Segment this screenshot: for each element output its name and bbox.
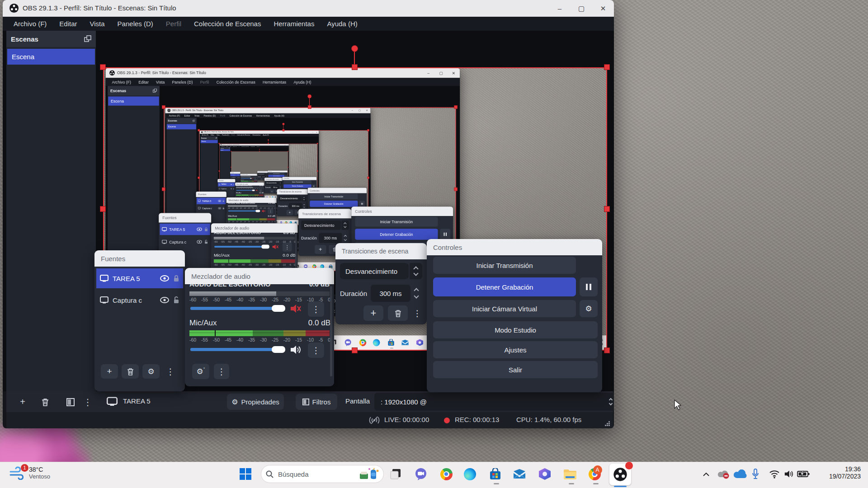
microsoft-store-icon[interactable] [487, 465, 503, 483]
resize-handle-se[interactable] [604, 347, 610, 353]
desktop-channel-more-button[interactable]: ⋮ [308, 301, 324, 317]
menu-paneles[interactable]: Paneles (D) [221, 134, 230, 136]
visibility-eye-icon[interactable] [160, 297, 169, 303]
popout-icon[interactable] [216, 137, 217, 139]
sources-panel-header[interactable]: Fuentes [230, 172, 241, 174]
menu-editar[interactable]: Editar [53, 20, 83, 28]
duration-spinner[interactable] [279, 186, 282, 189]
resize-handle-w[interactable] [219, 170, 220, 172]
source-row-tarea5[interactable]: TAREA 5 [230, 174, 240, 176]
studio-mode-button[interactable]: Modo Estudio [433, 321, 598, 338]
resize-handle-n[interactable] [352, 64, 358, 70]
desktop-volume-slider[interactable] [241, 178, 251, 178]
stop-recording-button[interactable]: Detener Grabación [355, 229, 438, 239]
resize-handle-nw[interactable] [162, 105, 165, 109]
wifi-icon[interactable] [767, 465, 782, 483]
desktop-channel-more-button[interactable]: ⋮ [283, 243, 292, 252]
visibility-eye-icon[interactable] [160, 275, 169, 282]
mail-icon[interactable] [512, 465, 527, 483]
transition-select-chevrons[interactable] [266, 173, 267, 175]
resize-handle-ne[interactable] [317, 143, 318, 144]
visibility-eye-icon[interactable] [237, 177, 238, 178]
unlock-icon[interactable] [222, 207, 225, 209]
mic-volume-slider[interactable] [190, 348, 281, 351]
muted-speaker-icon[interactable] [262, 209, 266, 213]
mixer-panel-header[interactable]: Mezclador de audio [226, 197, 277, 203]
controls-panel-header[interactable]: Controles [308, 188, 367, 193]
scene-item-escena[interactable]: Escena [108, 96, 159, 105]
scenes-dock-header[interactable]: Escenas [220, 147, 230, 149]
muted-speaker-icon[interactable] [272, 244, 279, 250]
filters-button[interactable]: Filtros [296, 394, 337, 410]
resize-handle-nw[interactable] [198, 129, 200, 131]
resize-handle-e[interactable] [454, 188, 458, 191]
duration-spinner[interactable] [342, 233, 349, 243]
obs-titlebar[interactable]: OBS 29.1.3 - Perfíl: Sin Título - Escena… [105, 68, 460, 78]
transitions-panel-header[interactable]: Transiciones de escena [257, 171, 268, 173]
exit-button[interactable]: Salir [433, 361, 598, 378]
lock-icon[interactable] [233, 184, 234, 185]
screen-resolution-combo[interactable]: : 868x488 @ [374, 393, 614, 411]
microphone-tray-icon[interactable] [748, 465, 763, 483]
muted-speaker-icon[interactable] [290, 303, 302, 314]
resize-handle-e[interactable] [317, 170, 318, 172]
menu-coleccion[interactable]: Colección de Escenas [188, 20, 267, 28]
add-transition-button[interactable]: + [363, 305, 383, 321]
mixer-panel-header[interactable]: Mezclador de audio [185, 268, 334, 284]
source-row-captura[interactable]: Captura c [96, 290, 183, 310]
menu-editar[interactable]: Editar [135, 80, 152, 84]
mic-volume-handle[interactable] [272, 346, 285, 353]
transitions-panel-header[interactable]: Transiciones de escena [277, 189, 308, 195]
popout-icon[interactable] [229, 148, 230, 149]
menu-herramientas[interactable]: Herramientas [250, 146, 255, 147]
maximize-button[interactable]: ▢ [310, 131, 314, 134]
popout-icon[interactable] [153, 89, 157, 93]
obs-taskbar-tile[interactable] [609, 464, 631, 485]
start-streaming-button[interactable]: Iniciar Transmisión [433, 257, 576, 274]
transition-select[interactable]: Desvanecimiento [340, 263, 409, 279]
menu-vista[interactable]: Vista [192, 114, 202, 117]
visibility-eye-icon[interactable] [218, 207, 221, 209]
add-transition-button[interactable]: + [260, 178, 263, 180]
menu-paneles[interactable]: Paneles (D) [202, 114, 218, 117]
desktop-volume-slider[interactable] [228, 211, 259, 211]
muted-speaker-icon[interactable] [252, 178, 254, 179]
sources-panel-header[interactable]: Fuentes [217, 179, 235, 182]
lock-icon[interactable] [222, 200, 225, 202]
resize-handle-ne[interactable] [288, 151, 288, 151]
menu-ayuda[interactable]: Ayuda (H) [256, 146, 261, 147]
transition-select-chevrons[interactable] [410, 263, 422, 279]
source-row-captura[interactable]: Captura c [197, 205, 226, 211]
maximize-button[interactable]: ▢ [356, 108, 363, 113]
menu-ayuda[interactable]: Ayuda (H) [262, 134, 270, 136]
add-source-button[interactable]: + [101, 364, 118, 379]
close-button[interactable]: ✕ [592, 0, 614, 17]
mixer-panel-header[interactable]: Mezclador de audio [211, 223, 297, 233]
office-icon[interactable] [415, 337, 425, 347]
microsoft-store-icon[interactable] [387, 337, 396, 347]
menu-ayuda[interactable]: Ayuda (H) [290, 80, 315, 84]
scenes-dock-header[interactable]: Escenas [166, 118, 197, 123]
obs-titlebar[interactable]: OBS 29.1.3 - Perfíl: Sin Título - Escena… [3, 0, 614, 17]
resize-handle-ne[interactable] [367, 129, 369, 131]
advanced-audio-gear-button[interactable]: ⚙° [192, 364, 209, 379]
office-icon[interactable] [537, 465, 552, 483]
speaker-icon[interactable] [290, 344, 302, 355]
resize-grip[interactable] [605, 421, 610, 427]
chrome-profile-icon[interactable]: A [587, 465, 602, 483]
edge-icon[interactable] [462, 465, 477, 483]
desktop-volume-handle[interactable] [255, 210, 260, 212]
chrome-icon[interactable] [439, 465, 454, 483]
desktop-volume-handle[interactable] [272, 305, 285, 312]
unlock-icon[interactable] [233, 188, 234, 189]
resize-handle-w[interactable] [231, 167, 231, 167]
remove-source-button[interactable] [122, 364, 139, 379]
desktop-volume-handle[interactable] [252, 190, 255, 191]
source-row-tarea5[interactable]: TAREA 5 [160, 224, 210, 235]
menu-archivo[interactable]: Archivo (F) [167, 114, 182, 117]
tray-clock[interactable]: 19:36 19/07/2023 [829, 465, 861, 480]
menu-coleccion[interactable]: Colección de Escenas [227, 114, 254, 117]
duration-input[interactable]: 300 ms [289, 203, 302, 209]
source-row-captura[interactable]: Captura c [160, 236, 210, 248]
unlock-icon[interactable] [173, 296, 179, 304]
